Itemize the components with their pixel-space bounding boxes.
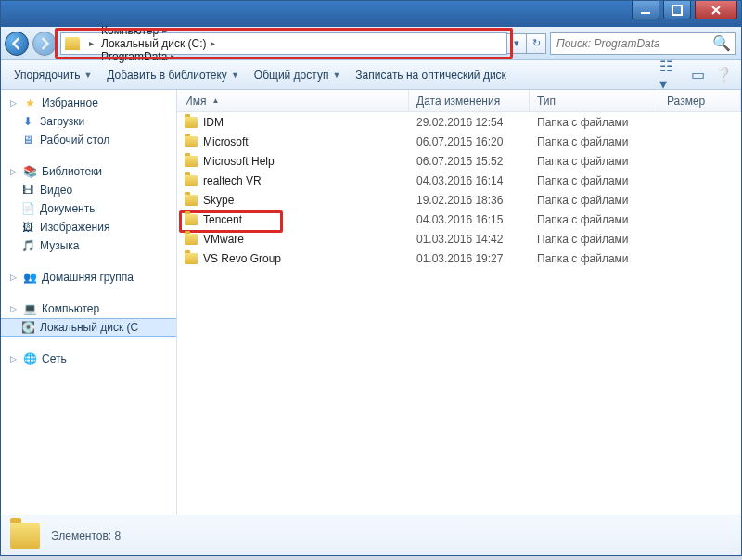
search-icon: 🔍	[712, 34, 731, 52]
address-bar[interactable]: ▸ Компьютер▸Локальный диск (C:)▸ProgramD…	[60, 32, 507, 55]
svg-rect-1	[672, 6, 682, 15]
file-date: 01.03.2016 19:27	[409, 252, 530, 265]
file-name: VMware	[203, 233, 244, 246]
file-date: 06.07.2015 15:52	[409, 155, 530, 168]
file-name: realtech VR	[203, 174, 262, 187]
network-group[interactable]: ▷🌐Сеть	[1, 350, 176, 368]
column-date[interactable]: Дата изменения	[409, 90, 530, 111]
status-count: Элементов: 8	[51, 529, 121, 542]
file-type: Папка с файлами	[530, 194, 659, 207]
breadcrumb-segment[interactable]: Локальный диск (C:)▸	[97, 37, 219, 50]
file-list: IDM29.02.2016 12:54Папка с файламиMicros…	[177, 112, 741, 515]
file-name: VS Revo Group	[203, 252, 281, 265]
organize-button[interactable]: Упорядочить▼	[6, 63, 99, 87]
file-row[interactable]: Microsoft Help06.07.2015 15:52Папка с фа…	[177, 151, 741, 171]
folder-icon	[185, 234, 198, 245]
folder-icon	[185, 214, 198, 225]
file-row[interactable]: Microsoft06.07.2015 16:20Папка с файлами	[177, 132, 741, 151]
toolbar: Упорядочить▼ Добавить в библиотеку▼ Общи…	[1, 60, 741, 90]
maximize-button[interactable]	[663, 1, 691, 19]
column-headers: Имя▲ Дата изменения Тип Размер	[177, 90, 741, 112]
file-type: Папка с файлами	[530, 233, 659, 246]
view-options-button[interactable]: ☷ ▾	[659, 65, 684, 85]
svg-rect-0	[641, 12, 650, 14]
file-date: 04.03.2016 16:15	[409, 213, 530, 226]
folder-icon	[185, 195, 198, 206]
file-type: Папка с файлами	[530, 116, 659, 129]
computer-group[interactable]: ▷💻Компьютер	[1, 299, 176, 318]
sidebar-item-video[interactable]: 🎞Видео	[1, 181, 176, 199]
file-name: Microsoft Help	[203, 155, 275, 168]
file-name: IDM	[203, 116, 224, 129]
close-button[interactable]	[695, 1, 737, 19]
explorer-window: ▸ Компьютер▸Локальный диск (C:)▸ProgramD…	[0, 0, 742, 556]
file-date: 04.03.2016 16:14	[409, 174, 530, 187]
nav-forward-button[interactable]	[32, 32, 57, 56]
homegroup-group[interactable]: ▷👥Домашняя группа	[1, 268, 176, 286]
file-date: 29.02.2016 12:54	[409, 116, 530, 129]
nav-row: ▸ Компьютер▸Локальный диск (C:)▸ProgramD…	[1, 27, 741, 60]
file-row[interactable]: Skype19.02.2016 18:36Папка с файлами	[177, 190, 741, 210]
file-type: Папка с файлами	[530, 252, 659, 265]
file-row[interactable]: VMware01.03.2016 14:42Папка с файлами	[177, 229, 741, 248]
folder-icon	[185, 156, 198, 167]
help-button[interactable]: ❔	[711, 65, 736, 85]
folder-icon	[185, 253, 198, 264]
file-row[interactable]: realtech VR04.03.2016 16:14Папка с файла…	[177, 171, 741, 190]
file-type: Папка с файлами	[530, 213, 659, 226]
column-type[interactable]: Тип	[530, 90, 659, 111]
folder-icon	[10, 523, 40, 549]
file-type: Папка с файлами	[530, 135, 659, 148]
libraries-group[interactable]: ▷📚Библиотеки	[1, 162, 176, 181]
folder-icon	[185, 136, 198, 147]
column-name[interactable]: Имя▲	[177, 90, 409, 111]
file-date: 01.03.2016 14:42	[409, 233, 530, 246]
sort-arrow-icon: ▲	[211, 96, 219, 105]
preview-pane-button[interactable]: ▭	[685, 65, 710, 85]
breadcrumb-root-arrow[interactable]: ▸	[82, 33, 97, 54]
file-date: 19.02.2016 18:36	[409, 194, 530, 207]
sidebar-item-pictures[interactable]: 🖼Изображения	[1, 218, 176, 236]
file-type: Папка с файлами	[530, 155, 659, 168]
sidebar-item-local-disk[interactable]: 💽Локальный диск (C	[1, 318, 176, 337]
search-box[interactable]: 🔍	[550, 32, 736, 55]
sidebar-item-desktop[interactable]: 🖥Рабочий стол	[1, 131, 176, 149]
file-date: 06.07.2015 16:20	[409, 135, 530, 148]
search-input[interactable]	[555, 36, 712, 51]
sidebar-item-downloads[interactable]: ⬇Загрузки	[1, 112, 176, 131]
breadcrumb-segment[interactable]: ProgramData▸	[97, 50, 219, 63]
status-bar: Элементов: 8	[1, 515, 741, 555]
share-button[interactable]: Общий доступ▼	[247, 63, 349, 87]
nav-back-button[interactable]	[5, 32, 29, 56]
file-row[interactable]: IDM29.02.2016 12:54Папка с файлами	[177, 112, 741, 132]
address-dropdown[interactable]: ▾	[506, 33, 527, 54]
file-row[interactable]: VS Revo Group01.03.2016 19:27Папка с фай…	[177, 248, 741, 268]
folder-icon	[185, 117, 198, 128]
file-name: Tencent	[203, 213, 242, 226]
minimize-button[interactable]	[632, 1, 659, 19]
file-type: Папка с файлами	[530, 174, 659, 187]
folder-icon	[185, 175, 198, 186]
file-row[interactable]: Tencent04.03.2016 16:15Папка с файлами	[177, 210, 741, 229]
breadcrumb-segment[interactable]: Компьютер▸	[97, 24, 219, 37]
content-pane: Имя▲ Дата изменения Тип Размер IDM29.02.…	[177, 90, 741, 515]
sidebar-item-documents[interactable]: 📄Документы	[1, 199, 176, 218]
folder-icon	[65, 37, 80, 50]
favorites-group[interactable]: ▷★Избранное	[1, 94, 176, 112]
sidebar-item-music[interactable]: 🎵Музыка	[1, 236, 176, 255]
body: ▷★Избранное ⬇Загрузки 🖥Рабочий стол ▷📚Би…	[1, 90, 741, 515]
file-name: Microsoft	[203, 135, 249, 148]
file-name: Skype	[203, 194, 234, 207]
refresh-button[interactable]: ↻	[526, 33, 546, 54]
burn-button[interactable]: Записать на оптический диск	[348, 63, 514, 87]
add-to-library-button[interactable]: Добавить в библиотеку▼	[99, 63, 246, 87]
column-size[interactable]: Размер	[659, 90, 741, 111]
navigation-pane: ▷★Избранное ⬇Загрузки 🖥Рабочий стол ▷📚Би…	[1, 90, 177, 515]
